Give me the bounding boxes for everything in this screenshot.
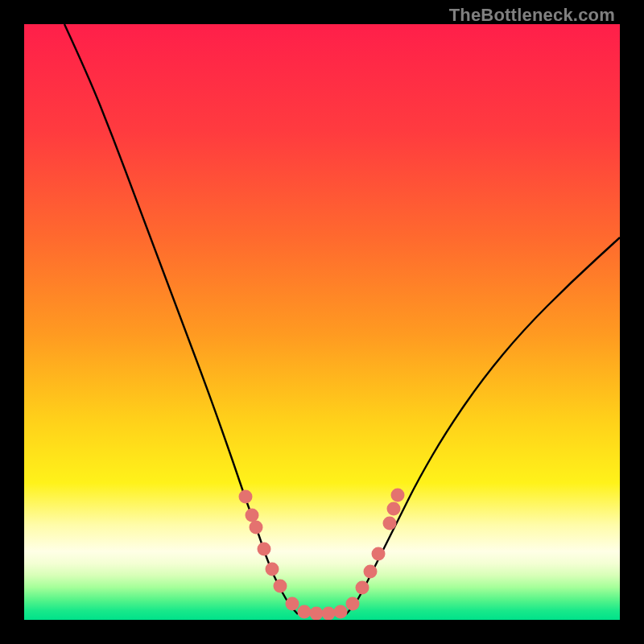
data-marker (286, 597, 299, 611)
data-markers (239, 489, 405, 621)
chart-plot-area (24, 24, 620, 620)
data-marker (239, 490, 253, 504)
data-marker (274, 580, 287, 593)
data-marker (391, 489, 405, 502)
data-marker (387, 502, 401, 516)
data-marker (310, 607, 324, 621)
watermark-text: TheBottleneck.com (449, 5, 615, 26)
data-marker (266, 563, 279, 576)
data-marker (246, 509, 259, 522)
data-marker (346, 597, 360, 611)
data-marker (334, 605, 348, 619)
data-marker (372, 547, 386, 561)
data-marker (383, 517, 397, 530)
data-marker (364, 565, 378, 579)
data-marker (250, 521, 263, 535)
data-marker (322, 607, 336, 621)
right-curve (346, 237, 620, 614)
data-marker (258, 543, 271, 556)
data-marker (298, 605, 312, 619)
chart-overlay (24, 24, 620, 620)
left-curve (64, 24, 298, 614)
data-marker (356, 581, 369, 595)
